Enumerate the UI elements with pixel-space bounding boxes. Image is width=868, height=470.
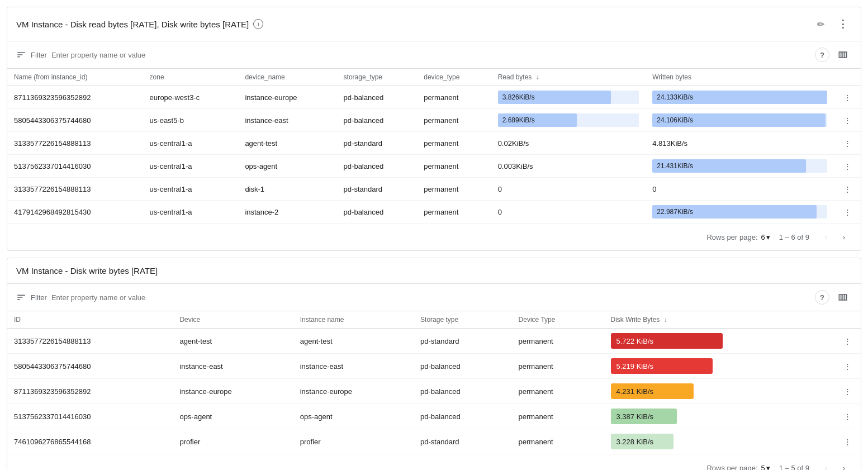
panel1-edit-button[interactable]: ✏	[812, 15, 829, 33]
panel1-filter-input[interactable]	[51, 51, 810, 59]
panel2-next-button[interactable]: ›	[836, 460, 852, 470]
cell2-device: agent-test	[173, 329, 293, 354]
filter-label: Filter	[31, 51, 47, 59]
panel1-page-info: 1 – 6 of 9	[779, 233, 809, 241]
cell2-disk-write: 5.722 KiB/s	[604, 329, 834, 354]
cell-zone: us-central1-a	[143, 155, 239, 178]
panel1-thead-row: Name (from instance_id) zone device_name…	[7, 69, 861, 86]
cell-written-bytes: 0	[646, 178, 834, 201]
cell2-device-type: permanent	[512, 354, 604, 379]
cell2-storage-type: pd-balanced	[414, 354, 512, 379]
rows-per-page-label: Rows per page:	[706, 233, 757, 241]
cell-storage-type: pd-balanced	[337, 155, 418, 178]
row-menu-button2[interactable]: ⋮	[841, 384, 854, 398]
cell-storage-type: pd-standard	[337, 178, 418, 201]
panel2-table-row: 3133577226154888113 agent-test agent-tes…	[7, 329, 861, 354]
cell-device-name: disk-1	[238, 178, 336, 201]
cell2-instance-name: instance-east	[293, 354, 414, 379]
cell2-id: 7461096276865544168	[7, 429, 173, 454]
panel2-prev-button[interactable]: ‹	[818, 460, 834, 470]
panel1-title: VM Instance - Disk read bytes [RATE], Di…	[16, 19, 812, 29]
cell2-row-menu: ⋮	[834, 429, 861, 454]
cell-name: 3133577226154888113	[7, 132, 143, 155]
chevron-down-icon: ▾	[766, 233, 770, 241]
panel1-table-row: 3133577226154888113 us-central1-a disk-1…	[7, 178, 861, 201]
row-menu-button2[interactable]: ⋮	[841, 435, 854, 448]
panel1-columns-button[interactable]	[834, 46, 852, 64]
panel1-help-button[interactable]: ?	[815, 48, 829, 62]
cell-written-bytes: 4.813KiB/s	[646, 132, 834, 155]
cell-row-menu: ⋮	[834, 201, 861, 224]
cell-device-name: instance-2	[238, 201, 336, 224]
panel1-table-row: 4179142968492815430 us-central1-a instan…	[7, 201, 861, 224]
cell2-disk-write: 3.387 KiB/s	[604, 404, 834, 429]
col-written-bytes: Written bytes	[646, 69, 834, 86]
row-menu-button[interactable]: ⋮	[841, 91, 854, 104]
row-menu-button[interactable]: ⋮	[841, 159, 854, 173]
row-menu-button[interactable]: ⋮	[841, 205, 854, 219]
cell-name: 8711369323596352892	[7, 86, 143, 109]
panel2-rows-per-page: Rows per page: 5 ▾	[706, 464, 770, 471]
cell2-disk-write: 4.231 KiB/s	[604, 379, 834, 404]
cell2-disk-write: 3.228 KiB/s	[604, 429, 834, 454]
panel2-help-button[interactable]: ?	[815, 290, 829, 305]
panel1-table-row: 3133577226154888113 us-central1-a agent-…	[7, 132, 861, 155]
cell-name: 3133577226154888113	[7, 178, 143, 201]
panel2-table-row: 8711369323596352892 instance-europe inst…	[7, 379, 861, 404]
row-menu-button[interactable]: ⋮	[841, 136, 854, 150]
cell2-id: 8711369323596352892	[7, 379, 173, 404]
panel2-table-row: 7461096276865544168 profier profier pd-s…	[7, 429, 861, 454]
cell2-device-type: permanent	[512, 404, 604, 429]
cell-device-name: agent-test	[238, 132, 336, 155]
cell2-instance-name: profier	[293, 429, 414, 454]
cell-written-bytes: 22.987KiB/s	[646, 201, 834, 224]
row-menu-button2[interactable]: ⋮	[841, 359, 854, 373]
cell2-row-menu: ⋮	[834, 354, 861, 379]
cell2-device: ops-agent	[173, 404, 293, 429]
col-read-bytes[interactable]: Read bytes ↓	[491, 69, 646, 86]
panel2-columns-button[interactable]	[834, 288, 852, 306]
panel2-filter-input[interactable]	[51, 293, 810, 302]
cell-read-bytes: 0	[491, 178, 646, 201]
cell-storage-type: pd-balanced	[337, 86, 418, 109]
edit-icon: ✏	[817, 19, 824, 30]
col-actions	[834, 69, 861, 86]
panel2-thead-row: ID Device Instance name Storage type Dev…	[7, 311, 861, 329]
panel1-more-button[interactable]: ⋮	[834, 15, 852, 33]
panel2-title-text: VM Instance - Disk write bytes [RATE]	[16, 266, 158, 276]
panel2-rows-select[interactable]: 5 ▾	[761, 464, 770, 471]
cell2-instance-name: agent-test	[293, 329, 414, 354]
cell2-disk-write: 5.219 KiB/s	[604, 354, 834, 379]
panel1-page-nav: ‹ ›	[818, 229, 852, 245]
cell2-id: 3133577226154888113	[7, 329, 173, 354]
panel2-table: ID Device Instance name Storage type Dev…	[7, 311, 861, 454]
cell-device-type: permanent	[417, 178, 491, 201]
cell-row-menu: ⋮	[834, 86, 861, 109]
row-menu-button[interactable]: ⋮	[841, 182, 854, 196]
cell-device-type: permanent	[417, 109, 491, 132]
cell-zone: us-east5-b	[143, 109, 239, 132]
col-zone: zone	[143, 69, 239, 86]
disk-write-bar: 3.387 KiB/s	[611, 409, 677, 424]
row-menu-button[interactable]: ⋮	[841, 113, 854, 127]
panel1-info-icon[interactable]: i	[253, 19, 263, 29]
cell2-device-type: permanent	[512, 379, 604, 404]
col-storage-type: storage_type	[337, 69, 418, 86]
cell2-device-type: permanent	[512, 429, 604, 454]
cell-device-type: permanent	[417, 132, 491, 155]
panel1-table-row: 8711369323596352892 europe-west3-c insta…	[7, 86, 861, 109]
col2-actions	[834, 311, 861, 329]
row-menu-button2[interactable]: ⋮	[841, 334, 854, 348]
panel1-rows-select[interactable]: 6 ▾	[761, 233, 770, 241]
panel1-prev-button[interactable]: ‹	[818, 229, 834, 245]
cell-row-menu: ⋮	[834, 109, 861, 132]
cell-row-menu: ⋮	[834, 155, 861, 178]
panel2-table-row: 5137562337014416030 ops-agent ops-agent …	[7, 404, 861, 429]
col2-disk-write[interactable]: Disk Write Bytes ↓	[604, 311, 834, 329]
cell-device-type: permanent	[417, 86, 491, 109]
row-menu-button2[interactable]: ⋮	[841, 410, 854, 423]
cell-zone: us-central1-a	[143, 132, 239, 155]
cell-read-bytes: 0.02KiB/s	[491, 132, 646, 155]
panel1-next-button[interactable]: ›	[836, 229, 852, 245]
cell-row-menu: ⋮	[834, 132, 861, 155]
